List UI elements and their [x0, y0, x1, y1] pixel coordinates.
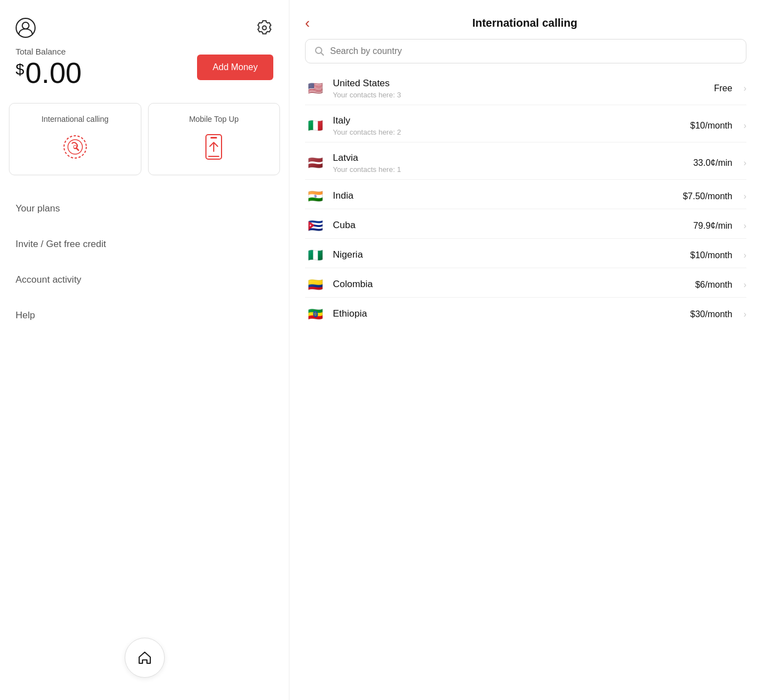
left-header: [0, 0, 289, 47]
home-icon: [137, 650, 153, 666]
chevron-right-icon-it: ›: [744, 121, 746, 131]
flag-it: 🇮🇹: [305, 119, 325, 132]
country-info-in: India: [333, 190, 675, 203]
country-name-us: United States: [333, 78, 706, 89]
search-icon: [314, 46, 325, 56]
country-price-cu: 79.9¢/min: [693, 221, 732, 231]
flag-co: 🇨🇴: [305, 278, 325, 292]
nav-item-your-plans[interactable]: Your plans: [16, 191, 273, 226]
country-info-ng: Nigeria: [333, 249, 682, 262]
country-name-co: Colombia: [333, 279, 687, 290]
country-item-us[interactable]: 🇺🇸 United States Your contacts here: 3 F…: [305, 68, 746, 105]
nav-item-help[interactable]: Help: [16, 298, 273, 333]
chevron-right-icon-co: ›: [744, 280, 746, 290]
country-item-co[interactable]: 🇨🇴 Colombia $6/month ›: [305, 268, 746, 298]
country-contacts-it: Your contacts here: 2: [333, 128, 682, 136]
service-card-mobile-topup[interactable]: Mobile Top Up: [148, 103, 281, 175]
nav-item-invite[interactable]: Invite / Get free credit: [16, 226, 273, 262]
country-list: 🇺🇸 United States Your contacts here: 3 F…: [289, 68, 762, 327]
flag-ng: 🇳🇬: [305, 249, 325, 262]
svg-point-1: [22, 22, 29, 29]
nav-section: Your plans Invite / Get free credit Acco…: [0, 180, 289, 333]
country-item-in[interactable]: 🇮🇳 India $7.50/month ›: [305, 180, 746, 209]
home-button[interactable]: [125, 638, 165, 678]
globe-phone-icon: [60, 131, 91, 162]
balance-amount-wrap: Total Balance $ 0.00: [16, 47, 179, 87]
country-info-it: Italy Your contacts here: 2: [333, 115, 682, 136]
svg-point-2: [263, 26, 267, 30]
services-row: International calling Mobile Top Up: [0, 103, 289, 175]
home-button-wrap: [125, 638, 165, 678]
right-header: ‹ International calling: [289, 0, 762, 39]
country-name-it: Italy: [333, 115, 682, 126]
country-info-cu: Cuba: [333, 220, 685, 233]
balance-value: 0.00: [26, 58, 82, 87]
balance-row: Total Balance $ 0.00 Add Money: [0, 47, 289, 103]
balance-dollar: $: [16, 62, 24, 77]
country-price-co: $6/month: [695, 280, 732, 290]
search-input[interactable]: [330, 46, 737, 56]
country-price-lv: 33.0¢/min: [693, 158, 732, 168]
service-label-mobile: Mobile Top Up: [189, 115, 239, 124]
country-price-ng: $10/month: [690, 250, 732, 260]
flag-cu: 🇨🇺: [305, 219, 325, 233]
country-name-in: India: [333, 190, 675, 201]
chevron-right-icon-in: ›: [744, 191, 746, 201]
svg-rect-7: [210, 137, 217, 139]
country-info-et: Ethiopia: [333, 308, 682, 321]
flag-in: 🇮🇳: [305, 190, 325, 203]
right-title: International calling: [319, 17, 731, 29]
svg-point-3: [64, 136, 86, 158]
chevron-right-icon-us: ›: [744, 83, 746, 93]
country-info-us: United States Your contacts here: 3: [333, 78, 706, 99]
flag-et: 🇪🇹: [305, 308, 325, 321]
country-name-ng: Nigeria: [333, 249, 682, 260]
country-item-ng[interactable]: 🇳🇬 Nigeria $10/month ›: [305, 239, 746, 268]
country-name-lv: Latvia: [333, 152, 685, 164]
country-contacts-us: Your contacts here: 3: [333, 91, 706, 99]
chevron-right-icon-ng: ›: [744, 250, 746, 260]
left-panel: Total Balance $ 0.00 Add Money Internati…: [0, 0, 289, 700]
country-item-et[interactable]: 🇪🇹 Ethiopia $30/month ›: [305, 298, 746, 327]
country-item-it[interactable]: 🇮🇹 Italy Your contacts here: 2 $10/month…: [305, 105, 746, 142]
right-panel: ‹ International calling 🇺🇸 United States…: [289, 0, 762, 700]
mobile-topup-icon: [198, 131, 229, 162]
country-info-co: Colombia: [333, 279, 687, 292]
flag-lv: 🇱🇻: [305, 156, 325, 170]
avatar-icon[interactable]: [16, 18, 36, 38]
country-name-et: Ethiopia: [333, 308, 682, 319]
chevron-right-icon-cu: ›: [744, 221, 746, 231]
chevron-right-icon-et: ›: [744, 309, 746, 319]
country-item-cu[interactable]: 🇨🇺 Cuba 79.9¢/min ›: [305, 209, 746, 239]
back-button[interactable]: ‹: [303, 16, 312, 30]
search-bar[interactable]: [305, 39, 746, 63]
balance-label: Total Balance: [16, 47, 179, 56]
chevron-right-icon-lv: ›: [744, 158, 746, 168]
country-price-us: Free: [714, 83, 732, 93]
service-label-intl: International calling: [41, 115, 109, 124]
country-contacts-lv: Your contacts here: 1: [333, 165, 685, 174]
country-price-et: $30/month: [690, 309, 732, 319]
country-info-lv: Latvia Your contacts here: 1: [333, 152, 685, 174]
add-money-button[interactable]: Add Money: [197, 55, 273, 80]
flag-us: 🇺🇸: [305, 82, 325, 95]
service-card-intl-calling[interactable]: International calling: [9, 103, 141, 175]
svg-rect-8: [208, 156, 219, 157]
country-name-cu: Cuba: [333, 220, 685, 231]
country-price-in: $7.50/month: [683, 191, 732, 201]
svg-point-4: [68, 140, 82, 154]
country-price-it: $10/month: [690, 121, 732, 131]
balance-display: $ 0.00: [16, 58, 179, 87]
nav-item-account-activity[interactable]: Account activity: [16, 262, 273, 298]
country-item-lv[interactable]: 🇱🇻 Latvia Your contacts here: 1 33.0¢/mi…: [305, 142, 746, 180]
gear-icon[interactable]: [255, 19, 273, 37]
